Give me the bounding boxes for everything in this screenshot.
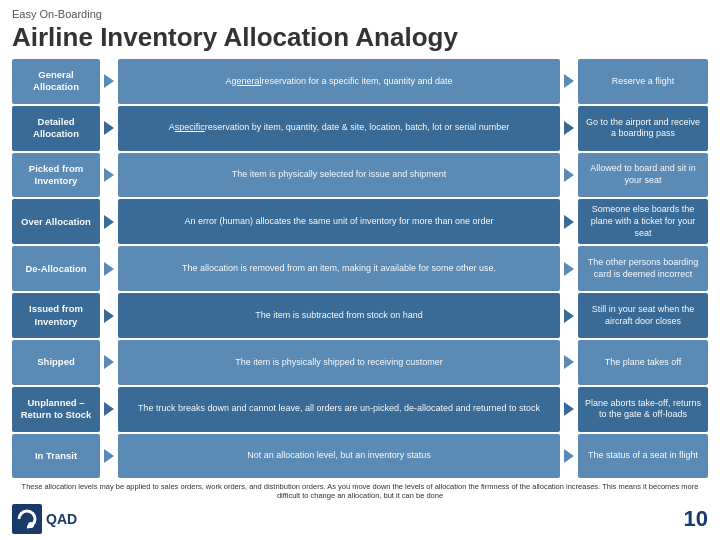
row-analogy: Go to the airport and receive a boarding… [578, 106, 708, 151]
arrow-icon [562, 387, 576, 432]
logo-text: QAD [46, 511, 77, 527]
row-description: The truck breaks down and cannot leave, … [118, 387, 560, 432]
arrow-icon [102, 434, 116, 479]
svg-point-0 [28, 522, 34, 528]
arrow-icon [562, 153, 576, 198]
arrow-icon [562, 199, 576, 244]
arrow-icon [562, 106, 576, 151]
row-label: Over Allocation [12, 199, 100, 244]
arrow-icon [562, 246, 576, 291]
row-label: In Transit [12, 434, 100, 479]
row-analogy: Someone else boards the plane with a tic… [578, 199, 708, 244]
bottom-bar: QAD 10 [12, 504, 708, 534]
table-row: Issued from InventoryThe item is subtrac… [12, 293, 708, 338]
table-row: General AllocationA general reservation … [12, 59, 708, 104]
row-analogy: Plane aborts take-off, returns to the ga… [578, 387, 708, 432]
logo-box [12, 504, 42, 534]
row-analogy: Allowed to board and sit in your seat [578, 153, 708, 198]
row-label: General Allocation [12, 59, 100, 104]
arrow-icon [562, 434, 576, 479]
table-row: De-AllocationThe allocation is removed f… [12, 246, 708, 291]
page-title: Airline Inventory Allocation Analogy [12, 22, 708, 53]
row-label: De-Allocation [12, 246, 100, 291]
row-analogy: Still in your seat when the aircraft doo… [578, 293, 708, 338]
arrow-icon [562, 293, 576, 338]
footer-note: These allocation levels may be applied t… [12, 482, 708, 502]
row-description: The allocation is removed from an item, … [118, 246, 560, 291]
row-description: A specific reservation by item, quantity… [118, 106, 560, 151]
row-description: An error (human) allocates the same unit… [118, 199, 560, 244]
row-analogy: The plane takes off [578, 340, 708, 385]
row-label: Detailed Allocation [12, 106, 100, 151]
row-label: Picked from Inventory [12, 153, 100, 198]
arrow-icon [562, 59, 576, 104]
arrow-icon [102, 153, 116, 198]
arrow-icon [102, 387, 116, 432]
arrow-icon [102, 106, 116, 151]
page: Easy On-Boarding Airline Inventory Alloc… [0, 0, 720, 540]
row-label: Issued from Inventory [12, 293, 100, 338]
row-analogy: The other persons boarding card is deeme… [578, 246, 708, 291]
row-description: Not an allocation level, but an inventor… [118, 434, 560, 479]
row-description: The item is subtracted from stock on han… [118, 293, 560, 338]
row-label: Shipped [12, 340, 100, 385]
arrow-icon [102, 340, 116, 385]
table-row: In TransitNot an allocation level, but a… [12, 434, 708, 479]
arrow-icon [102, 293, 116, 338]
arrow-icon [102, 246, 116, 291]
logo-area: QAD [12, 504, 77, 534]
page-number: 10 [684, 506, 708, 532]
allocation-table: General AllocationA general reservation … [12, 59, 708, 479]
table-row: Picked from InventoryThe item is physica… [12, 153, 708, 198]
qad-logo-icon [13, 505, 41, 533]
table-row: Detailed AllocationA specific reservatio… [12, 106, 708, 151]
arrow-icon [562, 340, 576, 385]
arrow-icon [102, 199, 116, 244]
arrow-icon [102, 59, 116, 104]
row-description: The item is physically shipped to receiv… [118, 340, 560, 385]
row-label: Unplanned – Return to Stock [12, 387, 100, 432]
subtitle: Easy On-Boarding [12, 8, 708, 20]
row-description: A general reservation for a specific ite… [118, 59, 560, 104]
row-analogy: The status of a seat in flight [578, 434, 708, 479]
table-row: ShippedThe item is physically shipped to… [12, 340, 708, 385]
row-analogy: Reserve a flight [578, 59, 708, 104]
row-description: The item is physically selected for issu… [118, 153, 560, 198]
table-row: Unplanned – Return to StockThe truck bre… [12, 387, 708, 432]
table-row: Over AllocationAn error (human) allocate… [12, 199, 708, 244]
